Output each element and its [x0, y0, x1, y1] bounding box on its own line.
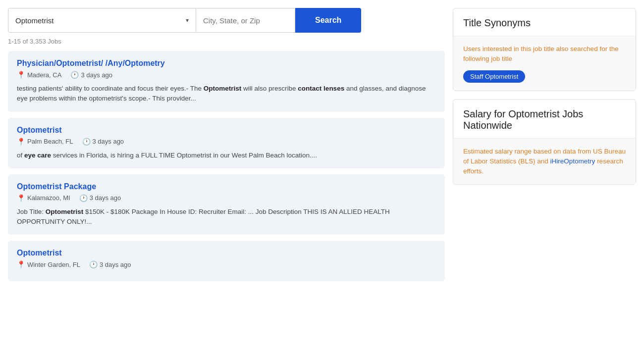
- left-column: Optometrist ▾ Search 1-15 of 3,353 Jobs …: [8, 8, 445, 287]
- job-posted: 🕐 3 days ago: [70, 71, 112, 79]
- posted-text: 3 days ago: [90, 194, 121, 202]
- location-input[interactable]: [196, 8, 295, 33]
- salary-heading: Salary for Optometrist Jobs Nationwide: [463, 108, 626, 131]
- location-text: Madera, CA: [27, 71, 61, 79]
- title-synonyms-header: Title Synonyms: [453, 8, 636, 36]
- ihire-link[interactable]: iHireOptometry: [550, 157, 595, 165]
- job-title-link[interactable]: Optometrist: [17, 249, 62, 257]
- job-title-value: Optometrist: [15, 16, 54, 25]
- job-posted: 🕐 3 days ago: [82, 138, 124, 146]
- location-text: Palm Beach, FL: [27, 138, 73, 145]
- posted-text: 3 days ago: [100, 261, 131, 268]
- right-column: Title Synonyms Users interested in this …: [453, 8, 636, 287]
- job-card: Optometrist 📍 Palm Beach, FL 🕐 3 days ag…: [8, 118, 445, 168]
- salary-header: Salary for Optometrist Jobs Nationwide: [453, 100, 636, 139]
- location-icon: 📍: [17, 260, 25, 268]
- clock-icon: 🕐: [89, 260, 97, 268]
- clock-icon: 🕐: [70, 71, 78, 79]
- location-icon: 📍: [17, 194, 25, 202]
- job-card: Optometrist 📍 Winter Garden, FL 🕐 3 days…: [8, 241, 445, 281]
- job-meta: 📍 Palm Beach, FL 🕐 3 days ago: [17, 138, 436, 146]
- job-title-link[interactable]: Optometrist: [17, 126, 62, 134]
- salary-card: Salary for Optometrist Jobs Nationwide E…: [453, 99, 636, 185]
- job-meta: 📍 Kalamazoo, MI 🕐 3 days ago: [17, 194, 436, 202]
- location-icon: 📍: [17, 138, 25, 146]
- job-title-link[interactable]: Optometrist Package: [17, 182, 96, 191]
- job-posted: 🕐 3 days ago: [79, 194, 121, 202]
- job-snippet: of eye care services in Florida, is hiri…: [17, 151, 436, 160]
- title-synonyms-heading: Title Synonyms: [463, 17, 626, 29]
- job-meta: 📍 Winter Garden, FL 🕐 3 days ago: [17, 260, 436, 268]
- job-location: 📍 Kalamazoo, MI: [17, 194, 70, 202]
- title-synonyms-description: Users interested in this job title also …: [463, 44, 626, 64]
- chevron-down-icon: ▾: [186, 17, 189, 24]
- job-location: 📍 Madera, CA: [17, 71, 61, 79]
- job-snippet: Job Title: Optometrist $150K - $180K Pac…: [17, 207, 436, 227]
- job-card: Optometrist Package 📍 Kalamazoo, MI 🕐 3 …: [8, 174, 445, 235]
- location-text: Winter Garden, FL: [27, 261, 80, 268]
- posted-text: 3 days ago: [93, 138, 124, 145]
- job-title-dropdown[interactable]: Optometrist ▾: [8, 8, 196, 33]
- salary-description: Estimated salary range based on data fro…: [463, 147, 626, 177]
- title-synonyms-card: Title Synonyms Users interested in this …: [453, 8, 636, 91]
- title-synonyms-body: Users interested in this job title also …: [453, 36, 636, 91]
- job-location: 📍 Winter Garden, FL: [17, 260, 80, 268]
- job-title-link[interactable]: Physician/Optometrist/ /Any/Optometry: [17, 59, 165, 67]
- clock-icon: 🕐: [82, 138, 90, 146]
- job-card: Physician/Optometrist/ /Any/Optometry 📍 …: [8, 51, 445, 112]
- job-list: Physician/Optometrist/ /Any/Optometry 📍 …: [8, 51, 445, 281]
- location-text: Kalamazoo, MI: [27, 194, 70, 202]
- staff-optometrist-badge[interactable]: Staff Optometrist: [463, 70, 525, 83]
- search-button[interactable]: Search: [295, 8, 361, 33]
- salary-body: Estimated salary range based on data fro…: [453, 139, 636, 185]
- search-bar: Optometrist ▾ Search: [8, 8, 445, 33]
- job-snippet: testing patients' ability to coordinate …: [17, 84, 436, 104]
- job-meta: 📍 Madera, CA 🕐 3 days ago: [17, 71, 436, 79]
- results-count: 1-15 of 3,353 Jobs: [8, 38, 445, 45]
- job-location: 📍 Palm Beach, FL: [17, 138, 73, 146]
- posted-text: 3 days ago: [81, 71, 112, 79]
- location-icon: 📍: [17, 71, 25, 79]
- clock-icon: 🕐: [79, 194, 87, 202]
- job-posted: 🕐 3 days ago: [89, 260, 131, 268]
